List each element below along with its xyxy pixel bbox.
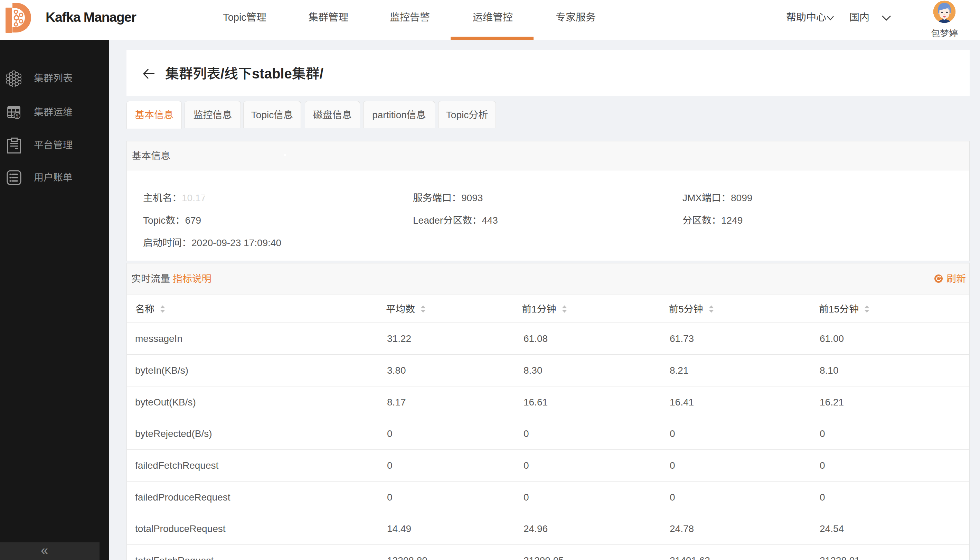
svg-text:$: $: [16, 113, 18, 118]
